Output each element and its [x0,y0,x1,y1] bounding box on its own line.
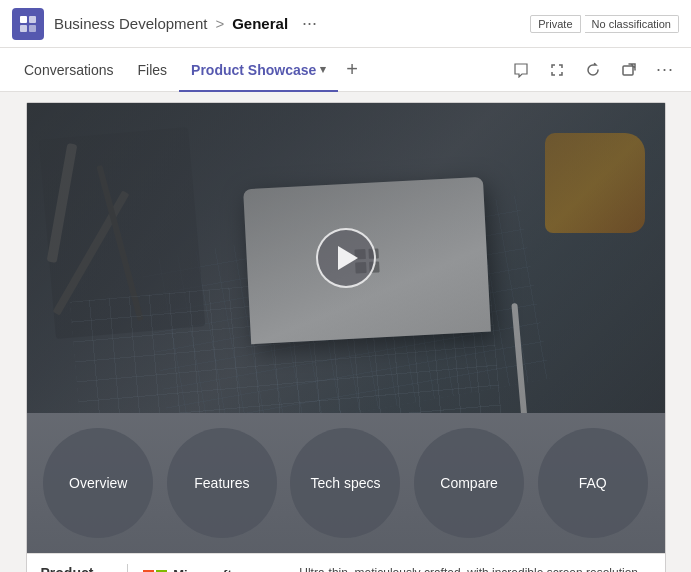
product-name: Microsoft Surface Book [173,567,257,572]
chevron-down-icon: ▾ [320,63,326,76]
svg-rect-1 [29,16,36,23]
title-more-button[interactable]: ··· [302,13,317,34]
app-icon [12,8,44,40]
circle-btn-tech-specs[interactable]: Tech specs [290,428,400,538]
svg-rect-3 [29,25,36,32]
circle-btn-faq[interactable]: FAQ [538,428,648,538]
popout-icon[interactable] [615,56,643,84]
video-area[interactable] [27,103,665,413]
circle-btn-compare[interactable]: Compare [414,428,524,538]
svg-rect-2 [20,25,27,32]
title-text: Business Development > General ··· [54,13,530,34]
badge-private: Private [530,15,580,33]
more-options-icon[interactable]: ··· [651,56,679,84]
footer-divider [127,564,128,572]
showcase-card: Overview Features Tech specs Compare FAQ… [26,102,666,572]
breadcrumb: Business Development [54,15,207,32]
tab-product-showcase[interactable]: Product Showcase ▾ [179,48,338,92]
footer-description: Ultra-thin, meticulously crafted, with i… [299,565,650,572]
expand-icon[interactable] [543,56,571,84]
comment-icon[interactable] [507,56,535,84]
title-actions: Private No classification [530,15,679,33]
tab-conversations[interactable]: Conversations [12,48,126,92]
svg-rect-4 [623,66,633,75]
nav-icons: ··· [507,56,679,84]
play-icon [338,246,358,270]
showcase-footer: Product Showcase Microsoft Surface Book … [27,553,665,572]
badge-classification: No classification [585,15,679,33]
title-bar: Business Development > General ··· Priva… [0,0,691,48]
play-button[interactable] [316,228,376,288]
nav-tabs: Conversations Files Product Showcase ▾ + [0,48,691,92]
svg-rect-0 [20,16,27,23]
tab-files[interactable]: Files [126,48,180,92]
circle-btn-features[interactable]: Features [167,428,277,538]
add-tab-button[interactable]: + [338,58,366,81]
circle-nav-bar: Overview Features Tech specs Compare FAQ [27,413,665,553]
footer-logo: Microsoft Surface Book [143,567,283,572]
circle-btn-overview[interactable]: Overview [43,428,153,538]
footer-brand: Product Showcase [41,564,111,572]
content-area: Overview Features Tech specs Compare FAQ… [0,92,691,572]
channel-name: General [232,15,288,32]
breadcrumb-separator: > [215,15,224,32]
refresh-icon[interactable] [579,56,607,84]
